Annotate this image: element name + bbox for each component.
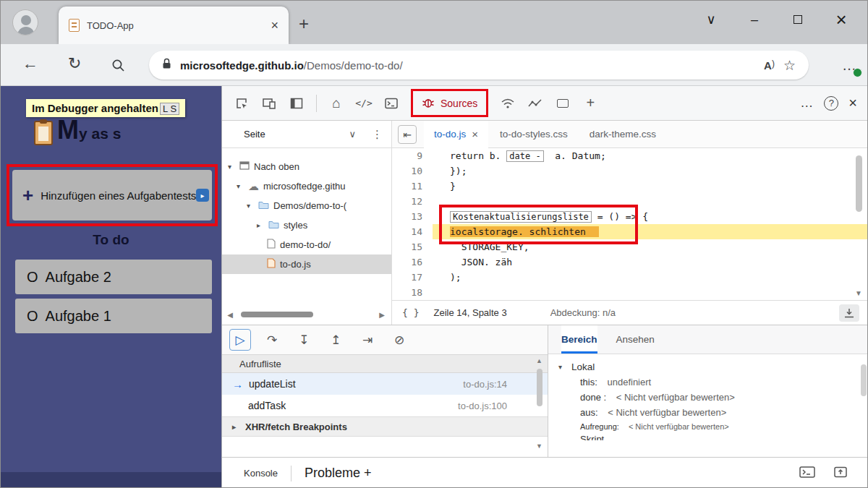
tab-close-icon[interactable]: × xyxy=(271,18,278,33)
scope-var-aus[interactable]: aus: < Nicht verfügbar bewerten> xyxy=(558,403,868,418)
editor-tab-to-do-styles-css[interactable]: to-do-styles.css xyxy=(490,121,578,148)
tree-item-to-do-js[interactable]: to-do.js xyxy=(222,254,391,274)
stack-frame-addTask[interactable]: addTask to-do.js:100 xyxy=(222,395,548,416)
device-emulation-icon[interactable] xyxy=(257,91,281,116)
hide-navigator-icon[interactable]: ⇤ xyxy=(398,125,417,144)
scroll-left-icon[interactable]: ◀ xyxy=(225,311,235,319)
tab-console[interactable]: Konsole xyxy=(244,468,278,479)
line-number[interactable]: 17 xyxy=(392,270,433,285)
tab-close-icon[interactable]: × xyxy=(472,128,478,140)
tree-item-origin[interactable]: ▾ ☁ microsoftedge.githu xyxy=(222,176,391,196)
sources-tool-tab[interactable]: Sources xyxy=(441,98,477,109)
inspect-element-icon[interactable] xyxy=(229,91,254,116)
frame-location[interactable]: to-do.js:100 xyxy=(458,401,507,411)
console-tool-icon[interactable] xyxy=(379,91,404,116)
url-text[interactable]: microsoftedge.github.io/Demos/demo-to-do… xyxy=(180,59,755,72)
frame-location[interactable]: to-do.js:14 xyxy=(463,379,507,390)
sidebar-menu-kebab-icon[interactable]: ⋮ xyxy=(372,128,383,141)
tab-problems[interactable]: Probleme + xyxy=(305,466,372,481)
expander-icon[interactable]: ▸ xyxy=(257,221,264,229)
devtools-menu-icon[interactable]: … xyxy=(800,95,814,111)
scope-var-this[interactable]: this: undefiniert xyxy=(558,372,868,388)
favorites-star-icon[interactable]: ☆ xyxy=(783,57,796,74)
scope-group-local[interactable]: ▾ Lokal xyxy=(558,361,868,372)
welcome-home-icon[interactable]: ⌂ xyxy=(324,91,349,116)
scroll-thumb[interactable] xyxy=(856,155,862,212)
deactivate-breakpoints-icon[interactable]: ⊘ xyxy=(388,329,410,351)
stack-frame-updateList[interactable]: → updateList to-do.js:14 xyxy=(222,373,548,395)
address-bar[interactable]: microsoftedge.github.io/Demos/demo-to-do… xyxy=(149,51,809,80)
elements-tool-icon[interactable]: </> xyxy=(352,91,376,116)
expander-icon[interactable]: ▾ xyxy=(558,363,566,371)
scope-var-aufregung[interactable]: Aufregung: < Nicht verfügbar bewerten> xyxy=(558,418,868,431)
callstack-vertical-scrollbar[interactable]: ▲ ▼ xyxy=(535,356,545,451)
window-close-button[interactable]: × xyxy=(820,9,863,31)
devtools-close-icon[interactable]: × xyxy=(848,95,857,111)
line-number[interactable]: 13 xyxy=(392,209,433,224)
tree-horizontal-scrollbar[interactable]: ◀ ▶ xyxy=(225,309,387,320)
performance-tool-icon[interactable] xyxy=(523,91,548,116)
scope-group-partial[interactable]: Skript xyxy=(558,434,868,440)
browser-tab[interactable]: TODO-App × xyxy=(59,7,289,44)
scroll-right-icon[interactable]: ▶ xyxy=(377,311,387,319)
line-number[interactable]: 10 xyxy=(392,163,433,179)
tab-watch[interactable]: Ansehen xyxy=(616,325,655,354)
scroll-up-icon[interactable]: ▲ xyxy=(536,357,542,364)
step-out-icon[interactable]: ↥ xyxy=(325,329,346,351)
expander-icon[interactable]: ▾ xyxy=(237,182,244,190)
activity-bar-toggle-icon[interactable] xyxy=(284,91,309,116)
pretty-print-icon[interactable]: { } xyxy=(402,307,419,318)
step-into-icon[interactable]: ↧ xyxy=(293,329,315,351)
line-number[interactable]: 14 xyxy=(392,224,433,239)
code-vertical-scrollbar[interactable]: ▼ xyxy=(854,148,865,300)
tab-scope[interactable]: Bereich xyxy=(561,325,597,354)
tree-item-top-frame[interactable]: ▾ Nach oben xyxy=(222,157,391,176)
step-over-icon[interactable]: ↷ xyxy=(261,329,283,351)
task-item-2[interactable]: O Aufgabe 2 xyxy=(15,260,212,294)
scroll-track[interactable] xyxy=(235,311,377,318)
bug-icon[interactable] xyxy=(422,95,435,111)
line-number[interactable]: 12 xyxy=(392,194,433,209)
resume-script-icon[interactable]: ▷ xyxy=(229,329,251,351)
line-number[interactable]: 9 xyxy=(392,148,433,163)
editor-tab-dark-theme-css[interactable]: dark-theme.css xyxy=(579,121,666,148)
scroll-down-icon[interactable]: ▼ xyxy=(536,442,542,450)
task-item-1[interactable]: O Aufgabe 1 xyxy=(15,299,212,333)
scroll-thumb[interactable] xyxy=(861,364,867,396)
expander-icon[interactable]: ▸ xyxy=(232,423,239,431)
browser-menu-button[interactable]: … xyxy=(842,57,857,74)
scroll-down-icon[interactable]: ▼ xyxy=(855,289,862,297)
add-tools-button[interactable]: + xyxy=(578,91,603,116)
tab-search-chevron-icon[interactable]: ∨ xyxy=(689,12,733,27)
expand-panel-icon[interactable] xyxy=(834,466,847,480)
network-tool-icon[interactable] xyxy=(495,91,520,116)
tree-item-demos-folder[interactable]: ▾ Demos/demo-to-( xyxy=(222,196,391,215)
help-icon[interactable]: ? xyxy=(824,96,838,111)
minimize-button[interactable]: – xyxy=(733,12,776,27)
scope-var-done[interactable]: done : < Nicht verfügbar bewerten> xyxy=(558,388,868,403)
scope-vertical-scrollbar[interactable] xyxy=(860,361,867,434)
expander-icon[interactable]: ▾ xyxy=(228,163,235,171)
tab-page[interactable]: Seite xyxy=(244,129,265,140)
tree-item-styles-folder[interactable]: ▸ styles xyxy=(222,215,391,235)
memory-tool-icon[interactable] xyxy=(550,91,575,116)
scroll-thumb[interactable] xyxy=(241,312,313,317)
profile-avatar[interactable] xyxy=(12,9,38,35)
maximize-button[interactable] xyxy=(776,12,820,27)
xhr-breakpoints-section[interactable]: ▸ XHR/fetch Breakpoints xyxy=(222,416,548,437)
task-radio[interactable]: O xyxy=(27,269,38,286)
chevron-down-icon[interactable]: ∨ xyxy=(349,129,356,140)
dock-console-icon[interactable] xyxy=(799,466,815,480)
editor-tab-to-do-js[interactable]: to-do.js × xyxy=(424,121,488,148)
refresh-button[interactable]: ↻ xyxy=(68,54,81,73)
download-icon[interactable] xyxy=(839,304,859,322)
line-number[interactable]: 18 xyxy=(392,285,433,300)
search-icon[interactable] xyxy=(111,59,125,75)
line-number[interactable]: 16 xyxy=(392,254,433,270)
source-code-editor[interactable]: 9 return b. date - a. Datum; 10 }); 11 }… xyxy=(392,148,868,300)
new-tab-button[interactable]: + xyxy=(299,14,309,34)
back-button[interactable]: ← xyxy=(22,54,38,73)
step-icon[interactable]: ⇥ xyxy=(357,329,378,351)
read-aloud-icon[interactable]: A) xyxy=(764,59,775,72)
tree-item-demo-to-do[interactable]: demo-to-do/ xyxy=(222,235,391,254)
